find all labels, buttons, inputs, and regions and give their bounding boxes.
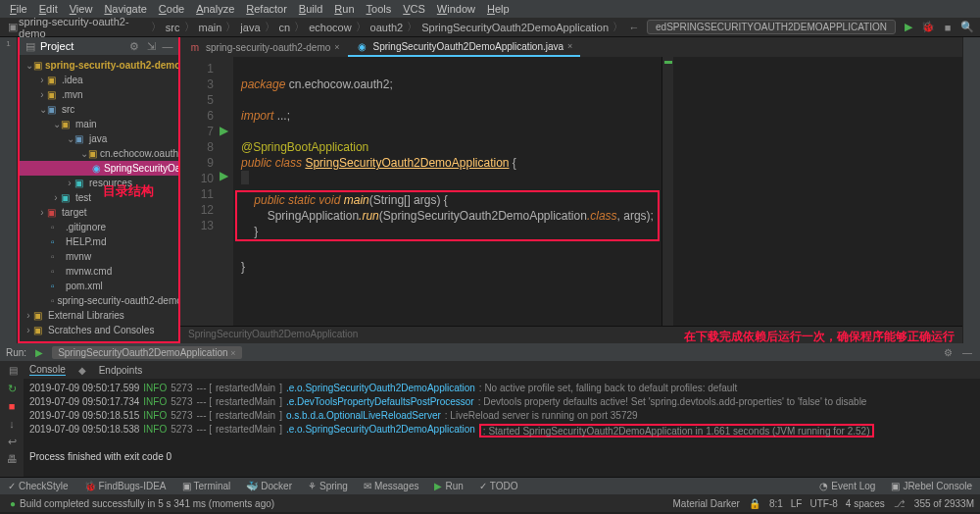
back-icon[interactable]: ← bbox=[627, 21, 641, 34]
menu-navigate[interactable]: Navigate bbox=[98, 3, 152, 15]
hide-icon[interactable]: — bbox=[960, 345, 974, 359]
close-icon[interactable]: × bbox=[567, 41, 572, 51]
crumb-7[interactable]: SpringSecurityOauth2DemoApplication bbox=[421, 22, 609, 33]
git-icon[interactable]: ⎇ bbox=[893, 496, 906, 510]
project-toggle-num[interactable]: 1 bbox=[6, 39, 10, 48]
run-tab[interactable]: SpringSecurityOauth2DemoApplication × bbox=[52, 346, 241, 359]
menu-tools[interactable]: Tools bbox=[361, 3, 398, 15]
tool-checkstyle[interactable]: ✓ CheckStyle bbox=[0, 481, 76, 491]
wrap-icon[interactable]: ↩ bbox=[5, 435, 19, 448]
stop-icon[interactable]: ■ bbox=[941, 21, 955, 34]
tool-docker[interactable]: 🐳 Docker bbox=[238, 481, 300, 491]
menu-vcs[interactable]: VCS bbox=[397, 3, 431, 15]
tree-mvnwcmd[interactable]: mvnw.cmd bbox=[66, 266, 112, 277]
right-tool-strip[interactable] bbox=[962, 37, 980, 343]
stop-icon[interactable]: ■ bbox=[5, 399, 19, 413]
tree-mvn[interactable]: .mvn bbox=[62, 89, 83, 100]
editor-breadcrumb[interactable]: SpringSecurityOauth2DemoApplication bbox=[188, 329, 358, 341]
print-icon[interactable]: 🖶 bbox=[5, 452, 19, 466]
editor-tab[interactable]: mspring-security-oauth2-demo× bbox=[180, 38, 348, 56]
tree-src[interactable]: src bbox=[62, 104, 74, 115]
debug-icon[interactable]: 🐞 bbox=[921, 21, 935, 34]
close-icon[interactable]: × bbox=[334, 42, 339, 52]
tool-eventlog[interactable]: ◔ Event Log bbox=[811, 481, 883, 491]
close-icon[interactable]: × bbox=[230, 348, 235, 358]
indent[interactable]: 4 spaces bbox=[846, 498, 885, 509]
gear-icon[interactable]: ⚙ bbox=[941, 345, 955, 359]
run-icon[interactable]: ▶ bbox=[902, 21, 915, 34]
crumb-6[interactable]: oauth2 bbox=[370, 22, 404, 33]
menu-refactor[interactable]: Refactor bbox=[240, 3, 293, 15]
menu-analyze[interactable]: Analyze bbox=[190, 3, 240, 15]
fold-icon[interactable]: ⌄ bbox=[78, 148, 88, 159]
gear-icon[interactable]: ⚙ bbox=[127, 39, 141, 53]
fold-icon[interactable]: › bbox=[24, 325, 33, 335]
tree-iml[interactable]: spring-security-oauth2-demo.iml bbox=[58, 295, 178, 306]
tree-java[interactable]: java bbox=[89, 133, 107, 144]
tree-pkg[interactable]: cn.echocow.oauth2 bbox=[100, 148, 178, 159]
fold-icon[interactable]: ⌄ bbox=[37, 104, 47, 115]
menu-run[interactable]: Run bbox=[328, 3, 360, 15]
crumb-1[interactable]: src bbox=[166, 22, 180, 33]
crumb-0[interactable]: spring-security-oauth2-demo bbox=[19, 16, 147, 39]
tool-todo[interactable]: ✓ TODO bbox=[471, 481, 526, 491]
collapse-icon[interactable]: ⇲ bbox=[144, 39, 158, 53]
tree-app-class[interactable]: SpringSecurityOauth2DemoAp bbox=[104, 163, 178, 174]
tree-pom[interactable]: pom.xml bbox=[66, 281, 103, 291]
menu-window[interactable]: Window bbox=[431, 3, 481, 15]
crumb-3[interactable]: java bbox=[240, 22, 260, 33]
tree-idea[interactable]: .idea bbox=[62, 75, 83, 85]
run-gutter-icon[interactable]: ▶ bbox=[220, 124, 233, 137]
fold-icon[interactable]: ⌄ bbox=[51, 119, 61, 129]
padlock-icon[interactable]: 🔒 bbox=[748, 496, 761, 510]
line-number-gutter[interactable]: 13 567 8910 111213 bbox=[180, 57, 220, 326]
fold-icon[interactable]: › bbox=[24, 310, 33, 321]
theme-indicator[interactable]: Material Darker bbox=[673, 498, 740, 509]
encoding[interactable]: UTF-8 bbox=[809, 498, 837, 509]
tree-scratches[interactable]: Scratches and Consoles bbox=[48, 325, 154, 335]
tool-messages[interactable]: ✉ Messages bbox=[356, 481, 427, 491]
project-view-label[interactable]: Project bbox=[40, 40, 74, 52]
tool-run[interactable]: ▶ Run bbox=[426, 481, 470, 491]
fold-icon[interactable]: › bbox=[65, 178, 74, 188]
menu-code[interactable]: Code bbox=[153, 3, 190, 15]
crumb-2[interactable]: main bbox=[199, 22, 222, 33]
tree-target[interactable]: target bbox=[62, 207, 87, 218]
fold-icon[interactable]: › bbox=[37, 75, 47, 85]
fold-icon[interactable]: › bbox=[37, 207, 47, 218]
editor-tab[interactable]: ◉SpringSecurityOauth2DemoApplication.jav… bbox=[348, 37, 581, 57]
menu-edit[interactable]: Edit bbox=[33, 3, 64, 15]
editor-scrollbar[interactable] bbox=[662, 57, 673, 326]
tree-ext-libs[interactable]: External Libraries bbox=[48, 310, 124, 321]
gutter-marks[interactable]: ▶ ▶ bbox=[220, 57, 233, 326]
search-icon[interactable]: 🔍 bbox=[960, 21, 974, 34]
memory-indicator[interactable]: 355 of 2933M bbox=[914, 498, 974, 509]
line-ending[interactable]: LF bbox=[791, 498, 803, 509]
tool-jrebel[interactable]: ▣ JRebel Console bbox=[883, 481, 980, 491]
tool-terminal[interactable]: ▣ Terminal bbox=[174, 481, 239, 491]
code-editor[interactable]: package cn.echocow.oauth2; import ...; @… bbox=[233, 57, 662, 326]
tree-root[interactable]: spring-security-oauth2-demo bbox=[45, 60, 178, 71]
menu-build[interactable]: Build bbox=[293, 3, 328, 15]
fold-icon[interactable]: › bbox=[51, 192, 61, 203]
run-config-dropdown[interactable]: edSPRINGSECURITYOAUTH2DEMOAPPLICATION bbox=[647, 20, 896, 34]
console-output[interactable]: 2019-07-09 09:50:17.599 INFO 5273 --- [r… bbox=[24, 379, 980, 477]
hide-icon[interactable]: — bbox=[161, 39, 174, 53]
tool-spring[interactable]: ⚘ Spring bbox=[300, 481, 356, 491]
down-icon[interactable]: ↓ bbox=[5, 417, 19, 431]
status-icon[interactable]: ● bbox=[6, 496, 20, 510]
tree-main[interactable]: main bbox=[75, 119, 97, 129]
menu-file[interactable]: File bbox=[4, 3, 33, 15]
run-gutter-icon[interactable]: ▶ bbox=[220, 169, 233, 182]
fold-icon[interactable]: › bbox=[37, 89, 47, 100]
endpoints-tab[interactable]: Endpoints bbox=[99, 365, 142, 376]
tree-test[interactable]: test bbox=[75, 192, 91, 203]
project-tree[interactable]: ⌄▣spring-security-oauth2-demo ~/IdeaPro … bbox=[20, 55, 178, 341]
menu-help[interactable]: Help bbox=[481, 3, 515, 15]
console-tab[interactable]: Console bbox=[29, 364, 66, 376]
crumb-4[interactable]: cn bbox=[279, 22, 291, 33]
crumb-5[interactable]: echocow bbox=[309, 22, 351, 33]
tree-gitignore[interactable]: .gitignore bbox=[66, 222, 106, 232]
tree-help[interactable]: HELP.md bbox=[66, 236, 107, 247]
fold-icon[interactable]: ⌄ bbox=[65, 133, 74, 144]
